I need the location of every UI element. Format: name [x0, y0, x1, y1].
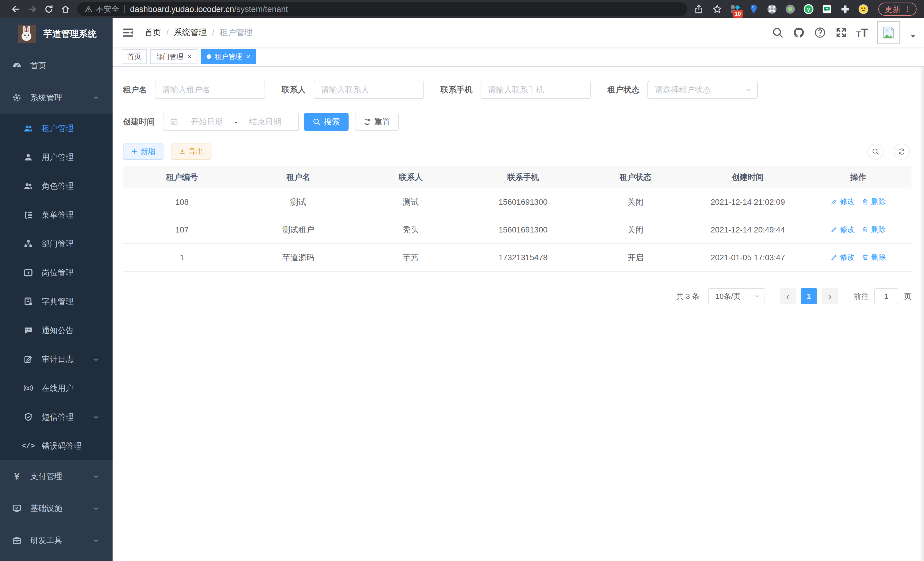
- sidebar: 芋道管理系统 首页系统管理租户管理用户管理角色管理菜单管理部门管理岗位管理字典管…: [0, 18, 112, 561]
- sidebar-item-errorcode[interactable]: </>错误码管理: [0, 432, 112, 460]
- extension-record-icon[interactable]: [785, 4, 795, 14]
- chevron-down-icon: [745, 86, 753, 94]
- sidebar-item-role[interactable]: 角色管理: [0, 171, 112, 200]
- filter-row-2: 创建时间 开始日期 - 结束日期 搜索 重置: [123, 113, 911, 131]
- sidebar-item-pay[interactable]: ¥支付管理: [0, 460, 112, 492]
- browser-back-button[interactable]: [8, 1, 24, 17]
- kebab-menu-icon[interactable]: [904, 5, 911, 13]
- avatar-dropdown-caret-icon[interactable]: [909, 33, 916, 40]
- chrome-update-button[interactable]: 更新: [878, 3, 916, 16]
- sidebar-item-system[interactable]: 系统管理: [0, 82, 112, 114]
- sidebar-item-dict[interactable]: 字典管理: [0, 287, 112, 316]
- profile-avatar-icon[interactable]: [858, 4, 868, 14]
- sidebar-item-label: 岗位管理: [42, 267, 74, 278]
- column-header: 联系人: [356, 166, 466, 188]
- sidebar-item-infra[interactable]: 基础设施: [0, 492, 112, 524]
- update-label: 更新: [885, 4, 901, 15]
- help-icon[interactable]: [814, 27, 826, 39]
- sidebar-item-menu[interactable]: 菜单管理: [0, 200, 112, 229]
- share-icon[interactable]: [694, 4, 704, 14]
- refresh-icon: [898, 148, 905, 155]
- header-search-icon[interactable]: [772, 27, 784, 39]
- add-button[interactable]: 新增: [123, 144, 164, 159]
- sidebar-item-home[interactable]: 首页: [0, 50, 112, 82]
- cell-name: 芋道源码: [241, 244, 356, 271]
- breadcrumb-item[interactable]: 系统管理: [174, 27, 207, 38]
- extension-tiles-icon[interactable]: 10: [730, 4, 741, 14]
- browser-home-button[interactable]: [57, 1, 74, 17]
- sidebar-logo-row[interactable]: 芋道管理系统: [0, 18, 112, 50]
- status-select[interactable]: [647, 81, 758, 99]
- delete-button[interactable]: 删除: [862, 197, 886, 207]
- sidebar-collapse-button[interactable]: [122, 26, 134, 39]
- delete-button[interactable]: 删除: [862, 252, 886, 262]
- font-size-icon[interactable]: TT: [856, 27, 868, 38]
- sidebar-item-audit[interactable]: 审计日志: [0, 345, 112, 374]
- next-page-button[interactable]: ›: [822, 288, 838, 304]
- refresh-table-button[interactable]: [894, 144, 910, 159]
- delete-button-label: 删除: [871, 197, 886, 207]
- breadcrumb-item[interactable]: 首页: [145, 27, 161, 38]
- sidebar-item-devtool[interactable]: 研发工具: [0, 524, 112, 556]
- search-button[interactable]: 搜索: [304, 113, 349, 131]
- address-bar[interactable]: 不安全 dashboard.yudao.iocoder.cn /system/t…: [77, 2, 687, 16]
- svg-text:y: y: [807, 6, 810, 12]
- sidebar-item-post[interactable]: 岗位管理: [0, 258, 112, 287]
- sidebar-item-tenant[interactable]: 租户管理: [0, 114, 112, 143]
- user-icon: [23, 152, 33, 162]
- mobile-input[interactable]: [481, 81, 591, 99]
- edit-button[interactable]: 修改: [831, 252, 855, 262]
- tab-dept[interactable]: 部门管理×: [150, 49, 197, 64]
- cell-id: 1: [123, 244, 241, 271]
- security-label[interactable]: 不安全: [96, 4, 119, 14]
- forward-icon: [27, 4, 37, 14]
- sidebar-item-user[interactable]: 用户管理: [0, 143, 112, 171]
- export-button[interactable]: 导出: [171, 144, 212, 159]
- edit-button[interactable]: 修改: [831, 197, 855, 207]
- browser-reload-button[interactable]: [40, 1, 57, 17]
- page-size-select[interactable]: 10条/页: [708, 288, 765, 304]
- announce-icon: [23, 326, 33, 335]
- breadcrumb-separator: /: [212, 28, 214, 38]
- close-icon[interactable]: ×: [188, 53, 192, 60]
- tab-tenant[interactable]: 租户管理×: [201, 49, 256, 64]
- toggle-search-button[interactable]: [867, 144, 884, 159]
- edit-button[interactable]: 修改: [831, 224, 855, 235]
- start-date-placeholder[interactable]: 开始日期: [180, 116, 233, 127]
- sidebar-item-label: 短信管理: [42, 412, 74, 423]
- plus-icon: [131, 148, 138, 155]
- sidebar-item-sms[interactable]: 短信管理: [0, 403, 112, 432]
- bookmark-star-icon[interactable]: [712, 4, 722, 14]
- github-icon[interactable]: [793, 27, 805, 39]
- tab-home[interactable]: 首页: [122, 49, 147, 64]
- prev-page-button[interactable]: ‹: [780, 288, 796, 304]
- user-avatar[interactable]: [877, 21, 900, 44]
- sidebar-item-dept[interactable]: 部门管理: [0, 229, 112, 258]
- reset-button[interactable]: 重置: [355, 113, 399, 131]
- extensions-puzzle-icon[interactable]: [840, 4, 850, 14]
- fullscreen-icon[interactable]: [835, 27, 847, 39]
- close-icon[interactable]: ×: [246, 53, 250, 60]
- pagination-total: 共 3 条: [676, 291, 699, 301]
- goto-page-input[interactable]: [874, 288, 898, 304]
- url-domain[interactable]: dashboard.yudao.iocoder.cn: [130, 5, 234, 14]
- sidebar-item-notice[interactable]: 通知公告: [0, 316, 112, 345]
- sidebar-item-label: 租户管理: [42, 123, 74, 134]
- badge-icon: [23, 268, 33, 278]
- extension-command-icon[interactable]: [767, 4, 777, 14]
- menu-tree-icon: [23, 210, 33, 220]
- contact-input[interactable]: [314, 81, 424, 99]
- delete-button[interactable]: 删除: [862, 224, 886, 235]
- sidebar-item-online[interactable]: 在线用户: [0, 374, 112, 403]
- reset-button-label: 重置: [374, 116, 390, 127]
- cell-name: 测试: [241, 188, 356, 216]
- page-number-1[interactable]: 1: [801, 288, 817, 304]
- tenant-name-input[interactable]: [155, 81, 265, 99]
- end-date-placeholder[interactable]: 结束日期: [238, 116, 292, 127]
- extension-balloon-icon[interactable]: [748, 4, 759, 14]
- extension-chat-icon[interactable]: [822, 4, 832, 14]
- extension-yuque-icon[interactable]: y: [803, 4, 814, 14]
- sidebar-item-label: 支付管理: [30, 471, 62, 482]
- create-time-range-picker[interactable]: 开始日期 - 结束日期: [163, 113, 299, 131]
- browser-forward-button[interactable]: [24, 1, 40, 17]
